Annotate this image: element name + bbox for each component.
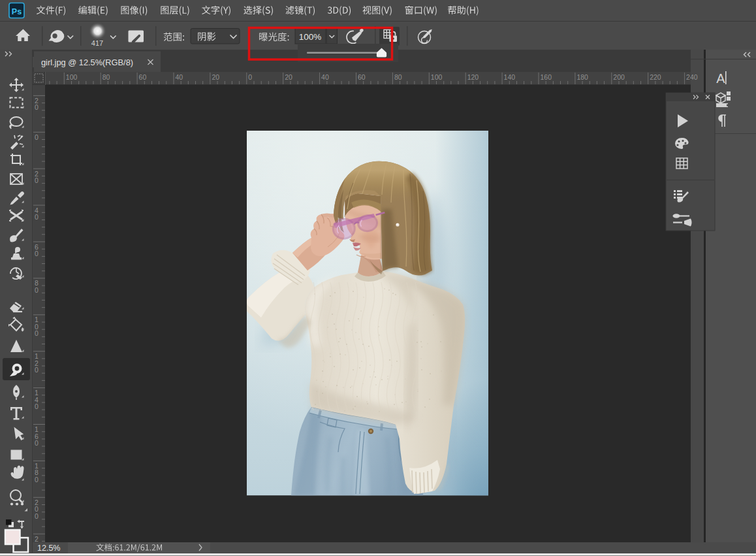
svg-text:0: 0 (35, 329, 39, 337)
svg-text:80: 80 (102, 73, 110, 81)
svg-text:0: 0 (35, 402, 39, 410)
svg-text:60: 60 (358, 73, 366, 81)
svg-text:20: 20 (212, 73, 219, 81)
svg-text:12.5%: 12.5% (37, 544, 60, 553)
svg-text:girl.jpg @ 12.5%(RGB/8): girl.jpg @ 12.5%(RGB/8) (41, 57, 133, 67)
svg-text:200: 200 (613, 73, 625, 81)
svg-text:180: 180 (576, 73, 588, 81)
svg-text:417: 417 (91, 39, 103, 47)
svg-text:20: 20 (285, 73, 292, 81)
svg-text:0: 0 (35, 213, 39, 221)
svg-text:140: 140 (504, 73, 516, 81)
svg-text:240: 240 (686, 73, 698, 81)
svg-text:0: 0 (35, 250, 39, 257)
svg-text:80: 80 (394, 73, 402, 81)
svg-text:0: 0 (35, 286, 39, 294)
svg-text:0: 0 (35, 366, 39, 374)
svg-text:40: 40 (176, 73, 183, 81)
svg-text:60: 60 (139, 73, 147, 81)
svg-text:100: 100 (431, 73, 443, 81)
svg-text:100%: 100% (299, 32, 322, 42)
svg-text:0: 0 (35, 176, 39, 184)
svg-text:40: 40 (321, 73, 329, 81)
svg-text:0: 0 (35, 133, 39, 141)
svg-text:0: 0 (35, 439, 39, 447)
svg-text:160: 160 (541, 73, 552, 81)
svg-text:0: 0 (35, 476, 39, 483)
svg-text:2: 2 (35, 535, 39, 543)
svg-text:0: 0 (35, 512, 39, 520)
svg-text:Ps: Ps (12, 7, 22, 16)
svg-text:120: 120 (467, 73, 479, 81)
svg-text:0: 0 (35, 103, 39, 111)
svg-text:220: 220 (650, 73, 661, 81)
svg-text:A: A (716, 71, 725, 86)
svg-text:0: 0 (248, 73, 252, 81)
svg-text:100: 100 (66, 73, 78, 81)
